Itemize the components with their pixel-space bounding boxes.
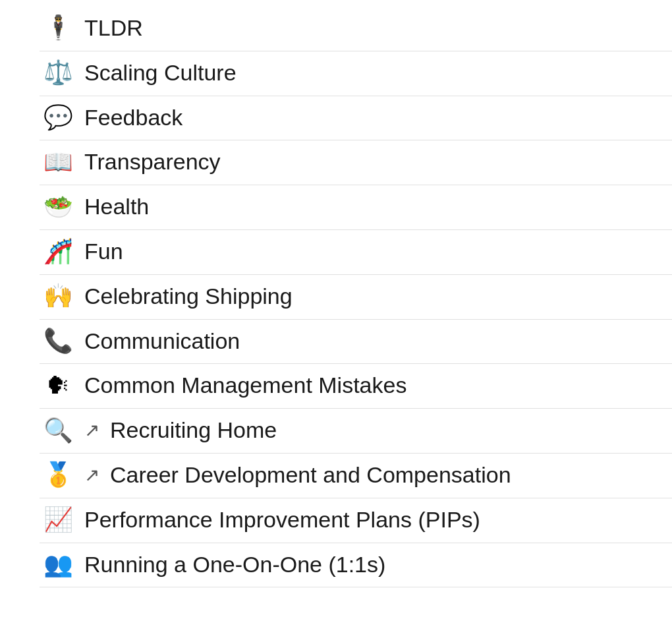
common-management-mistakes-icon: 🗣	[40, 374, 76, 398]
nav-item-scaling-culture[interactable]: ⚖️Scaling Culture	[40, 51, 672, 96]
health-icon: 🥗	[40, 195, 76, 219]
celebrating-shipping-label: Celebrating Shipping	[84, 283, 293, 310]
nav-item-tldr[interactable]: 🕴TLDR	[40, 7, 672, 51]
career-development-label: Career Development and Compensation	[110, 461, 511, 489]
navigation-list: 🕴TLDR⚖️Scaling Culture💬Feedback📖Transpar…	[0, 0, 672, 594]
recruiting-home-label: Recruiting Home	[110, 417, 277, 444]
communication-label: Communication	[84, 328, 240, 355]
scaling-culture-label: Scaling Culture	[84, 59, 237, 86]
recruiting-home-arrow-icon: ↗	[84, 419, 99, 441]
celebrating-shipping-icon: 🙌	[40, 284, 76, 308]
transparency-icon: 📖	[40, 150, 76, 174]
nav-item-recruiting-home[interactable]: 🔍↗Recruiting Home	[40, 409, 672, 454]
feedback-label: Feedback	[84, 104, 182, 131]
career-development-arrow-icon: ↗	[84, 464, 99, 486]
running-one-on-one-label: Running a One-On-One (1:1s)	[84, 551, 385, 578]
nav-item-transparency[interactable]: 📖Transparency	[40, 140, 672, 185]
nav-item-running-one-on-one[interactable]: 👥Running a One-On-One (1:1s)	[40, 543, 672, 588]
nav-item-feedback[interactable]: 💬Feedback	[40, 96, 672, 141]
running-one-on-one-icon: 👥	[40, 552, 76, 576]
communication-icon: 📞	[40, 329, 76, 353]
performance-improvement-plans-label: Performance Improvement Plans (PIPs)	[84, 506, 480, 533]
tldr-icon: 🕴	[40, 16, 76, 40]
fun-icon: 🎢	[40, 239, 76, 263]
transparency-label: Transparency	[84, 148, 221, 175]
scaling-culture-icon: ⚖️	[40, 61, 76, 84]
recruiting-home-icon: 🔍	[40, 419, 76, 442]
common-management-mistakes-label: Common Management Mistakes	[84, 372, 406, 399]
nav-item-communication[interactable]: 📞Communication	[40, 320, 672, 365]
nav-item-common-management-mistakes[interactable]: 🗣Common Management Mistakes	[40, 364, 672, 409]
nav-item-fun[interactable]: 🎢Fun	[40, 230, 672, 275]
nav-item-career-development[interactable]: 🥇↗Career Development and Compensation	[40, 454, 672, 498]
nav-item-performance-improvement-plans[interactable]: 📈Performance Improvement Plans (PIPs)	[40, 498, 672, 543]
tldr-label: TLDR	[84, 15, 143, 42]
nav-item-health[interactable]: 🥗Health	[40, 185, 672, 230]
health-label: Health	[84, 193, 149, 220]
performance-improvement-plans-icon: 📈	[40, 508, 76, 531]
career-development-icon: 🥇	[40, 463, 76, 487]
nav-item-celebrating-shipping[interactable]: 🙌Celebrating Shipping	[40, 275, 672, 320]
fun-label: Fun	[84, 238, 123, 265]
feedback-icon: 💬	[40, 105, 76, 129]
